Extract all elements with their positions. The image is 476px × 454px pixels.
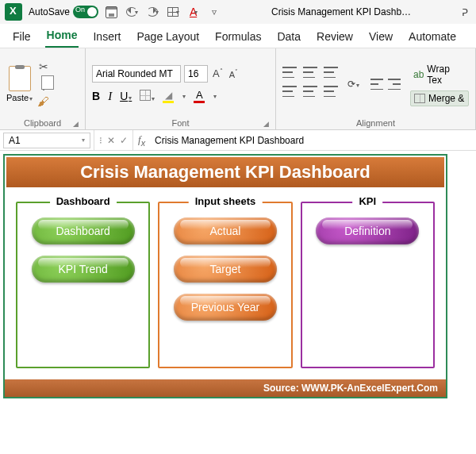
orientation-icon[interactable]: ⟳▾: [347, 79, 359, 90]
ribbon: Paste▾ ✂ 🖌 Clipboard◢ A˄ A˅ B I U▾ ▾: [0, 48, 476, 130]
paste-icon: [9, 66, 31, 91]
tab-review[interactable]: Review: [315, 27, 355, 48]
increase-font-icon[interactable]: A˄: [211, 67, 225, 79]
button-definition[interactable]: Definition: [316, 217, 419, 244]
save-icon[interactable]: [105, 6, 117, 18]
tab-automate[interactable]: Automate: [407, 27, 458, 48]
toggle-on-icon: On: [73, 6, 98, 18]
clipboard-launcher-icon[interactable]: ◢: [73, 120, 79, 128]
document-title: Crisis Management KPI Dashb…: [227, 6, 455, 17]
qat-table-icon[interactable]: ▾: [167, 6, 179, 18]
decrease-font-icon[interactable]: A˅: [228, 69, 240, 79]
button-target[interactable]: Target: [174, 256, 277, 283]
bold-button[interactable]: B: [92, 90, 100, 102]
tab-formulas[interactable]: Formulas: [213, 27, 263, 48]
cancel-icon[interactable]: ✕: [107, 135, 115, 146]
ribbon-tabs: File Home Insert Page Layout Formulas Da…: [0, 24, 476, 48]
italic-button[interactable]: I: [108, 90, 112, 103]
font-color-icon[interactable]: A: [194, 89, 205, 103]
align-top-center-icon[interactable]: [303, 67, 317, 78]
copy-icon[interactable]: [43, 78, 44, 90]
tab-data[interactable]: Data: [275, 27, 302, 48]
tab-page-layout[interactable]: Page Layout: [135, 27, 201, 48]
align-top-left-icon[interactable]: [282, 67, 297, 78]
wrap-text-icon: ab: [413, 69, 424, 80]
redo-icon[interactable]: ▾: [146, 6, 159, 18]
group-font: A˄ A˅ B I U▾ ▾ ◢▾ A▾ Font◢: [86, 48, 276, 129]
qat-fontcolor-icon[interactable]: A▾: [187, 6, 200, 18]
formula-bar-row: A1▾ ⁝ ✕ ✓ fx Crisis Management KPI Dashb…: [0, 130, 476, 151]
tab-insert[interactable]: Insert: [91, 27, 122, 48]
name-box[interactable]: A1▾: [3, 133, 90, 148]
paste-button[interactable]: Paste▾: [6, 66, 33, 102]
panel-kpi: KPI Definition: [301, 202, 435, 368]
group-label-alignment: Alignment: [356, 118, 395, 128]
underline-button[interactable]: U▾: [120, 90, 132, 102]
button-actual[interactable]: Actual: [174, 217, 277, 244]
qat-overflow-icon[interactable]: ▿: [208, 6, 221, 18]
font-size-input[interactable]: [184, 65, 208, 83]
font-name-input[interactable]: [92, 65, 181, 83]
panel-legend-input: Input sheets: [189, 195, 263, 207]
user-icon[interactable]: ᕈ: [462, 6, 471, 18]
panel-input-sheets: Input sheets Actual Target Previous Year: [158, 202, 292, 368]
dashboard-container: Crisis Management KPI Dashboard Dashboar…: [3, 154, 447, 398]
enter-icon[interactable]: ✓: [120, 135, 128, 146]
fx-dropdown-icon[interactable]: ⁝: [99, 135, 102, 146]
panel-legend-dashboard: Dashboard: [50, 195, 117, 207]
font-launcher-icon[interactable]: ◢: [263, 120, 269, 128]
align-left-icon[interactable]: [282, 86, 297, 97]
wrap-text-button[interactable]: abWrap Tex: [410, 62, 469, 87]
format-painter-icon[interactable]: 🖌: [37, 94, 49, 108]
merge-center-button[interactable]: Merge &: [410, 90, 469, 106]
cut-icon[interactable]: ✂: [39, 60, 48, 73]
title-bar: AutoSave On ▾ ▾ ▾ A▾ ▿ Crisis Management…: [0, 0, 476, 24]
panel-dashboard: Dashboard Dashboard KPI Trend: [16, 202, 150, 368]
dashboard-title: Crisis Management KPI Dashboard: [5, 156, 446, 189]
decrease-indent-icon[interactable]: [370, 79, 383, 90]
group-clipboard: Paste▾ ✂ 🖌 Clipboard◢: [0, 48, 86, 129]
quick-access-toolbar: ▾ ▾ ▾ A▾ ▿: [105, 6, 221, 18]
merge-icon: [414, 94, 425, 103]
align-center-icon[interactable]: [303, 86, 317, 97]
align-top-right-icon[interactable]: [324, 67, 338, 78]
button-dashboard[interactable]: Dashboard: [32, 217, 135, 244]
borders-icon[interactable]: ▾: [140, 90, 155, 103]
group-label-font: Font: [171, 118, 189, 128]
panel-legend-kpi: KPI: [352, 195, 382, 207]
button-previous-year[interactable]: Previous Year: [174, 294, 277, 321]
formula-input[interactable]: Crisis Management KPI Dashboard: [150, 135, 476, 146]
tab-home[interactable]: Home: [45, 25, 79, 48]
group-label-clipboard: Clipboard: [24, 118, 61, 128]
dashboard-footer: Source: WWW.PK-AnExcelExpert.Com: [5, 378, 446, 397]
undo-icon[interactable]: ▾: [125, 6, 138, 18]
button-kpi-trend[interactable]: KPI Trend: [32, 256, 135, 283]
fill-color-icon[interactable]: ◢: [163, 90, 174, 103]
group-alignment: ⟳▾ abWrap Tex Merge & Alignment: [276, 48, 476, 129]
worksheet-area[interactable]: Crisis Management KPI Dashboard Dashboar…: [0, 154, 476, 398]
autosave-toggle[interactable]: AutoSave On: [29, 6, 98, 18]
autosave-label: AutoSave: [29, 6, 70, 17]
tab-file[interactable]: File: [11, 27, 33, 48]
excel-logo-icon: [5, 3, 22, 21]
increase-indent-icon[interactable]: [388, 79, 401, 90]
align-right-icon[interactable]: [324, 86, 338, 97]
fx-icon[interactable]: fx: [133, 133, 150, 148]
tab-view[interactable]: View: [367, 27, 394, 48]
